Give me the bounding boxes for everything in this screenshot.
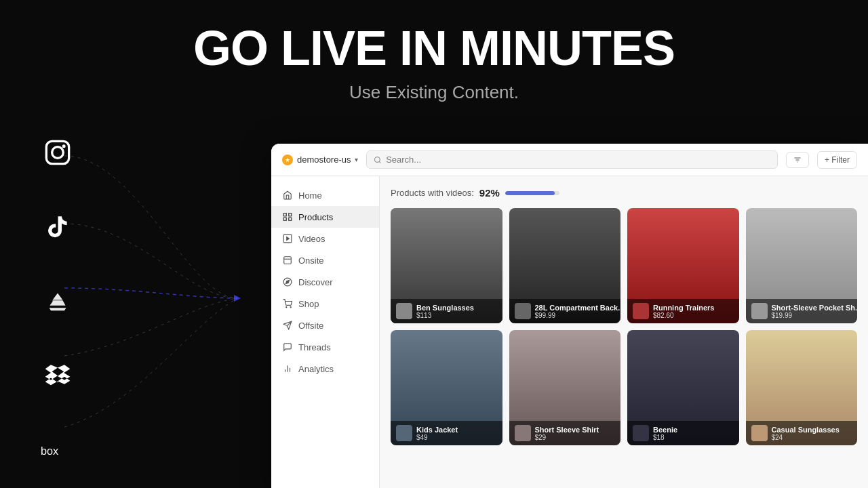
discover-icon (282, 277, 293, 287)
svg-line-6 (380, 161, 381, 163)
product-card[interactable]: Ben Sunglasses $113 (391, 208, 502, 323)
sidebar-item-offsite[interactable]: Offsite (271, 314, 379, 336)
svg-marker-19 (286, 281, 290, 284)
sidebar-item-shop[interactable]: Shop (271, 293, 379, 314)
sort-button[interactable] (786, 152, 809, 168)
search-input[interactable] (386, 155, 770, 165)
product-thumbnail (751, 303, 768, 319)
product-name: Casual Sunglasses (772, 426, 852, 434)
store-name: demostore-us (297, 155, 351, 165)
store-icon: ★ (282, 155, 293, 165)
home-icon (282, 190, 293, 201)
sidebar-label-onsite: Onsite (298, 256, 324, 266)
hero-section: GO LIVE IN MINUTES Use Existing Content. (0, 0, 868, 103)
product-price: $113 (416, 312, 497, 319)
svg-point-1 (52, 147, 64, 159)
product-card[interactable]: Casual Sunglasses $24 (746, 330, 858, 445)
sidebar-label-shop: Shop (298, 299, 319, 309)
product-details: Short-Sleeve Pocket Sh... $19.99 (772, 304, 858, 319)
sort-icon (793, 156, 802, 164)
analytics-icon (282, 363, 293, 374)
product-info: Short Sleeve Shirt $29 (509, 421, 621, 445)
product-details: Running Trainers $82.60 (653, 304, 734, 319)
box-icon: box (41, 434, 75, 468)
product-name: Kids Jacket (416, 426, 497, 434)
search-icon (374, 156, 382, 164)
product-grid: Ben Sunglasses $113 28L Compartment Back… (391, 208, 857, 445)
svg-point-20 (286, 307, 287, 308)
app-window: ★ demostore-us ▾ + Filter (271, 144, 868, 488)
product-price: $19.99 (772, 312, 858, 319)
product-details: Ben Sunglasses $113 (416, 304, 497, 319)
sidebar-item-threads[interactable]: Threads (271, 336, 379, 358)
onsite-icon (282, 255, 293, 266)
videos-icon (282, 233, 293, 244)
product-name: Ben Sunglasses (416, 304, 497, 312)
product-thumbnail (633, 425, 649, 441)
products-icon (282, 211, 293, 222)
google-drive-icon (41, 285, 75, 319)
sidebar: Home Products Videos (271, 176, 380, 488)
dropbox-icon (41, 359, 75, 393)
progress-bar-fill (505, 191, 555, 195)
product-thumbnail (396, 425, 412, 441)
product-info: Short-Sleeve Pocket Sh... $19.99 (746, 299, 858, 323)
sidebar-item-onsite[interactable]: Onsite (271, 249, 379, 271)
sidebar-item-analytics[interactable]: Analytics (271, 358, 379, 380)
product-name: Beenie (653, 426, 734, 434)
sidebar-label-products: Products (298, 212, 333, 222)
product-price: $99.99 (535, 312, 621, 319)
filter-button[interactable]: + Filter (817, 151, 857, 169)
sidebar-label-discover: Discover (298, 277, 333, 287)
sidebar-item-products[interactable]: Products (271, 206, 379, 228)
hero-subtitle: Use Existing Content. (0, 82, 868, 103)
svg-rect-13 (289, 218, 292, 220)
threads-icon (282, 342, 293, 352)
product-info: Ben Sunglasses $113 (391, 299, 502, 323)
product-name: Short-Sleeve Pocket Sh... (772, 304, 858, 312)
product-thumbnail (515, 303, 531, 319)
product-thumbnail (515, 425, 531, 441)
product-details: Beenie $18 (653, 426, 734, 441)
social-icons-list: box (41, 136, 75, 468)
sidebar-item-discover[interactable]: Discover (271, 271, 379, 293)
product-price: $29 (535, 434, 616, 441)
svg-rect-0 (46, 141, 68, 163)
sidebar-label-home: Home (298, 190, 322, 201)
search-bar[interactable] (366, 150, 778, 169)
tiktok-icon (41, 210, 75, 244)
sidebar-label-threads: Threads (298, 342, 331, 352)
product-card[interactable]: 28L Compartment Back... $99.99 (509, 208, 621, 323)
chevron-down-icon: ▾ (355, 156, 358, 163)
svg-point-2 (62, 144, 66, 148)
store-selector[interactable]: ★ demostore-us ▾ (282, 155, 358, 165)
product-details: Short Sleeve Shirt $29 (535, 426, 616, 441)
product-price: $49 (416, 434, 497, 441)
product-details: Casual Sunglasses $24 (772, 426, 852, 441)
product-card[interactable]: Short-Sleeve Pocket Sh... $19.99 (746, 208, 858, 323)
product-card[interactable]: Beenie $18 (627, 330, 739, 445)
product-card[interactable]: Kids Jacket $49 (391, 330, 502, 445)
svg-rect-12 (283, 218, 286, 220)
instagram-icon (41, 136, 75, 169)
product-thumbnail (396, 303, 412, 319)
sidebar-label-analytics: Analytics (298, 364, 334, 374)
svg-rect-10 (283, 214, 286, 216)
products-percent: 92% (479, 187, 500, 199)
product-card[interactable]: Short Sleeve Shirt $29 (509, 330, 621, 445)
sidebar-label-offsite: Offsite (298, 321, 323, 331)
svg-marker-4 (234, 295, 241, 302)
product-thumbnail (633, 303, 649, 319)
product-name: Short Sleeve Shirt (535, 426, 616, 434)
sidebar-item-home[interactable]: Home (271, 184, 379, 206)
product-card[interactable]: Running Trainers $82.60 (627, 208, 739, 323)
product-name: 28L Compartment Back... (535, 304, 621, 312)
product-price: $82.60 (653, 312, 734, 319)
svg-rect-11 (289, 214, 292, 216)
offsite-icon (282, 320, 293, 331)
sidebar-item-videos[interactable]: Videos (271, 228, 379, 249)
svg-text:box: box (41, 445, 58, 457)
product-thumbnail (751, 425, 768, 441)
product-info: Beenie $18 (627, 421, 739, 445)
shop-icon (282, 298, 293, 309)
